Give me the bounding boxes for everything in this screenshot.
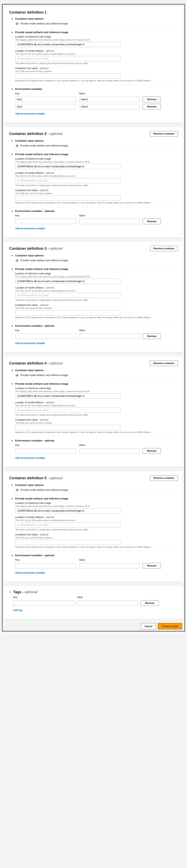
container-host-label: Container host name - optional [15, 304, 178, 307]
env-key-input[interactable] [15, 97, 76, 102]
tags-panel: ▼ Tags - optional Key Value Remove Add t… [4, 586, 183, 619]
container-host-desc: The DNS host name for the container. [15, 192, 178, 194]
container-host-input[interactable] [15, 310, 121, 315]
container-host-input[interactable] [15, 195, 121, 200]
provide-artifacts-radio-label: Provide model artifacts and inference im… [21, 144, 69, 147]
tags-expander[interactable]: ▼ Tags - optional [9, 590, 178, 594]
provide-artifacts-expander[interactable]: ▼ Provide model artifacts and inference … [11, 268, 178, 271]
model-artifacts-input[interactable] [15, 178, 121, 183]
env-remove-button[interactable]: Remove [143, 97, 161, 102]
env-key-input[interactable] [15, 448, 76, 454]
field-model-artifacts: Location of model artifacts - optional T… [15, 50, 178, 64]
env-value-input[interactable] [79, 219, 140, 224]
env-value-header: Value [79, 444, 140, 446]
provide-artifacts-radio[interactable]: Provide model artifacts and inference im… [16, 22, 178, 25]
tag-key-input[interactable] [13, 600, 74, 606]
env-key-input[interactable] [15, 219, 76, 224]
remove-container-button[interactable]: Remove container [150, 475, 178, 481]
container-input-options-label: Container input options [15, 140, 44, 142]
tag-remove-button[interactable]: Remove [141, 600, 159, 606]
caret-down-icon: ▼ [11, 369, 13, 372]
env-vars-expander[interactable]: ▼ Environment variables [11, 88, 178, 91]
inference-image-input[interactable] [15, 279, 121, 284]
provide-artifacts-expander[interactable]: ▼ Provide model artifacts and inference … [11, 31, 178, 34]
add-env-variable-link[interactable]: Add environment variable [15, 571, 45, 574]
container-host-input[interactable] [15, 73, 121, 79]
env-remove-button[interactable]: Remove [143, 219, 161, 224]
env-vars-expander[interactable]: ▼ Environment variables - optional [11, 210, 178, 213]
add-env-variable-link[interactable]: Add environment variable [15, 342, 45, 345]
env-key-input[interactable] [15, 563, 76, 568]
model-artifacts-input[interactable] [15, 293, 121, 298]
inference-image-input[interactable] [15, 164, 121, 169]
env-remove-button[interactable]: Remove [143, 563, 161, 568]
container-host-desc: The DNS host name for the container. [15, 70, 178, 72]
env-remove-button[interactable]: Remove [143, 448, 161, 454]
container-input-options-label: Container input options [15, 484, 44, 487]
add-env-variable-link[interactable]: Add environment variable [15, 457, 45, 460]
divider [11, 150, 178, 151]
tag-value-header: Value [77, 596, 138, 599]
field-inference-image: Location of inference code image The reg… [15, 502, 178, 514]
add-env-variable-link[interactable]: Add environment variable [15, 227, 45, 230]
env-vars-expander[interactable]: ▼ Environment variables - optional [11, 554, 178, 557]
env-vars-expander[interactable]: ▼ Environment variables - optional [11, 324, 178, 327]
env-value-input[interactable] [79, 334, 140, 339]
add-tag-link[interactable]: Add tag [13, 609, 22, 612]
env-value-input[interactable] [79, 448, 140, 454]
add-env-variable-link[interactable]: Add environment variable [15, 112, 45, 115]
remove-container-button[interactable]: Remove container [150, 246, 178, 251]
env-row: Remove [15, 104, 161, 110]
caret-down-icon: ▼ [11, 31, 13, 34]
model-artifacts-desc: The URL for the S3 location where model … [15, 519, 178, 522]
create-model-button[interactable]: Create model [158, 623, 182, 629]
radio-selected-icon [16, 374, 19, 377]
model-artifacts-input[interactable] [15, 522, 121, 528]
provide-artifacts-radio[interactable]: Provide model artifacts and inference im… [16, 374, 178, 377]
model-artifacts-note: The path must point to a single gzip com… [15, 528, 178, 531]
provide-artifacts-radio[interactable]: Provide model artifacts and inference im… [16, 144, 178, 147]
tag-key-header: Key [13, 596, 74, 599]
model-artifacts-input[interactable] [15, 407, 121, 413]
env-value-input[interactable] [79, 97, 140, 102]
container-input-options-expander[interactable]: ▼ Container input options [11, 369, 178, 372]
inference-image-input[interactable] [15, 393, 121, 399]
container-input-options-expander[interactable]: ▼ Container input options [11, 140, 178, 142]
container-host-note: Maximum of 63 alphanumeric characters. C… [15, 316, 178, 319]
env-remove-button[interactable]: Remove [143, 333, 161, 339]
provide-artifacts-expander[interactable]: ▼ Provide model artifacts and inference … [11, 497, 178, 500]
tag-value-input[interactable] [77, 600, 138, 606]
env-vars-expander[interactable]: ▼ Environment variables - optional [11, 439, 178, 442]
env-key-input[interactable] [15, 104, 76, 109]
container-host-desc: The DNS host name for the container. [15, 307, 178, 309]
model-artifacts-input[interactable] [15, 56, 121, 61]
model-artifacts-desc: The URL for the S3 location where model … [15, 289, 178, 292]
inference-image-input[interactable] [15, 508, 121, 514]
container-input-options-expander[interactable]: ▼ Container input options [11, 254, 178, 257]
caret-down-icon: ▼ [11, 140, 13, 142]
provide-artifacts-expander[interactable]: ▼ Provide model artifacts and inference … [11, 382, 178, 385]
remove-container-button[interactable]: Remove container [150, 131, 178, 136]
inference-image-label: Location of inference code image [15, 387, 178, 390]
caret-down-icon: ▼ [11, 554, 13, 557]
container-host-note: Maximum of 63 alphanumeric characters. C… [15, 431, 178, 433]
field-model-artifacts: Location of model artifacts - optional T… [15, 172, 178, 186]
cancel-button[interactable]: Cancel [141, 623, 156, 629]
env-key-header: Key [15, 558, 76, 561]
container-input-options-expander[interactable]: ▼ Container input options [11, 18, 178, 20]
provide-artifacts-expander[interactable]: ▼ Provide model artifacts and inference … [11, 153, 178, 156]
remove-container-button[interactable]: Remove container [150, 361, 178, 366]
container-panel-1: Container definition 1 ▼ Container input… [4, 6, 183, 123]
radio-selected-icon [16, 22, 19, 25]
env-remove-button[interactable]: Remove [143, 104, 161, 110]
inference-image-input[interactable] [15, 42, 121, 47]
env-key-input[interactable] [15, 334, 76, 339]
container-host-input[interactable] [15, 540, 121, 545]
provide-artifacts-radio[interactable]: Provide model artifacts and inference im… [16, 259, 178, 262]
container-title: Container definition 1 [9, 10, 47, 14]
provide-artifacts-radio[interactable]: Provide model artifacts and inference im… [16, 489, 178, 491]
container-input-options-expander[interactable]: ▼ Container input options [11, 484, 178, 487]
container-host-input[interactable] [15, 425, 121, 430]
env-value-input[interactable] [79, 104, 140, 109]
env-value-input[interactable] [79, 563, 140, 568]
